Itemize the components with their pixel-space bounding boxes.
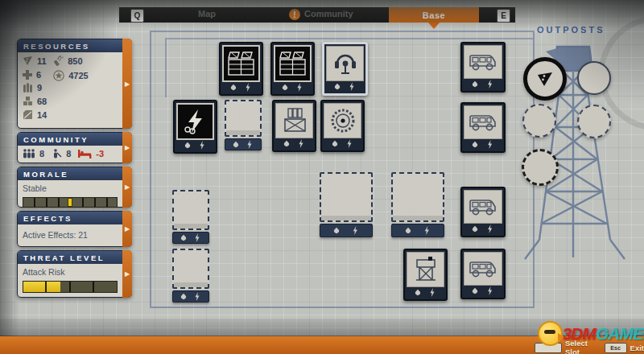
outpost-slot-food-active[interactable]: [523, 57, 567, 101]
outpost-slot-filled[interactable]: [577, 61, 611, 95]
empty-facility-slot[interactable]: [172, 190, 209, 244]
power-icon: [487, 286, 493, 295]
water-icon: [472, 287, 478, 294]
water-icon: [404, 227, 411, 233]
water-icon: [472, 80, 478, 87]
facility-slot-water-tank[interactable]: [403, 249, 448, 301]
empty-slot-area: [320, 172, 373, 222]
tab-map[interactable]: Map: [198, 9, 216, 19]
facility-slot-bunks-2[interactable]: [270, 42, 315, 96]
ammo-icon: [23, 83, 33, 93]
food-icon: [23, 56, 33, 66]
effects-expand-arrow[interactable]: ▶: [122, 211, 132, 247]
resources-expand-arrow[interactable]: ▶: [122, 39, 132, 129]
food-outpost-icon: [536, 70, 554, 88]
power-icon: [194, 292, 200, 301]
power-icon: [487, 80, 493, 88]
empty-slot-area: [391, 172, 444, 222]
community-header: COMMUNITY: [18, 133, 122, 146]
parking-slot-3[interactable]: [460, 187, 506, 237]
power-icon: [296, 83, 303, 92]
radio-headset-icon: [326, 46, 364, 81]
medicine-icon: [23, 70, 32, 80]
parking-slot-2[interactable]: [460, 102, 506, 153]
parking-slot-4[interactable]: [460, 249, 506, 299]
empty-slot-area: [172, 190, 209, 230]
water-icon: [180, 234, 187, 241]
morale-expand-arrow[interactable]: ▶: [122, 167, 132, 208]
morale-status: Stable: [23, 183, 118, 193]
stat-labor: 8: [52, 149, 71, 158]
morale-panel: ▶ MORALE Stable: [17, 167, 132, 208]
resource-materials: 68: [23, 97, 47, 106]
power-icon: [194, 233, 200, 242]
influence-icon: [53, 56, 64, 66]
empty-slot-area: [172, 249, 209, 289]
active-effects-text: Active Effects: 21: [23, 230, 118, 240]
water-icon: [332, 140, 338, 146]
water-icon: [230, 84, 237, 90]
workshop-gear-icon: [324, 103, 361, 138]
outpost-slot-empty[interactable]: [522, 149, 559, 186]
threat-header: THREAT LEVEL: [18, 251, 122, 264]
facility-slot-storage[interactable]: [272, 100, 316, 152]
parking-slot-1[interactable]: [460, 42, 506, 93]
3dmgame-watermark: 3DMGAME: [538, 321, 643, 346]
water-icon: [283, 140, 290, 146]
power-icon: [349, 82, 355, 91]
facility-slot-bunks-1[interactable]: [219, 42, 263, 96]
resource-meds: 6: [23, 70, 47, 80]
power-icon: [346, 139, 353, 148]
empty-large-facility-slot[interactable]: [320, 172, 373, 237]
water-icon: [180, 293, 187, 299]
morale-meter: [23, 197, 118, 208]
resources-panel: ▶ RESOURCES 11 6 9: [17, 39, 132, 129]
empty-facility-slot[interactable]: [225, 100, 262, 150]
bunks-icon: [274, 45, 312, 82]
tab-base[interactable]: Base: [389, 7, 479, 23]
resource-ammo: 9: [23, 83, 47, 93]
threat-panel: ▶ THREAT LEVEL Attack Risk: [17, 250, 132, 298]
vehicle-icon: [464, 45, 502, 79]
power-icon: [199, 141, 205, 150]
active-tab-pointer: [428, 23, 440, 29]
resource-fame: 4725: [53, 70, 88, 81]
threat-expand-arrow[interactable]: ▶: [122, 250, 132, 298]
stat-survivors: 8: [23, 149, 44, 158]
stat-beds: -3: [78, 149, 104, 158]
outposts-title: OUTPOSTS: [537, 25, 605, 35]
outpost-slot-empty[interactable]: [577, 105, 611, 138]
bed-icon: [78, 150, 92, 158]
power-icon: [423, 226, 430, 235]
tab-community[interactable]: Community: [304, 9, 353, 19]
power-icon: [298, 139, 304, 148]
outpost-slot-empty[interactable]: [522, 104, 556, 138]
resources-header: RESOURCES: [18, 39, 122, 52]
power-icon: [429, 288, 436, 297]
morale-header: MORALE: [18, 167, 122, 180]
vehicle-icon: [464, 190, 502, 224]
base-management-screen: Q Map ! Community Base E ▶ RESOURCES 11 …: [0, 0, 644, 354]
effects-header: EFFECTS: [18, 212, 122, 224]
key-hint-q: Q: [130, 9, 144, 23]
facility-slot-generator[interactable]: [173, 100, 217, 154]
threat-label: Attack Risk: [23, 267, 118, 277]
resource-fuel: 14: [23, 109, 47, 120]
power-icon: [245, 83, 251, 92]
community-panel: ▶ COMMUNITY 8 8 -3: [17, 132, 132, 163]
facility-slot-radio-room[interactable]: [322, 42, 368, 96]
facility-slot-workshop[interactable]: [320, 100, 365, 152]
empty-facility-slot[interactable]: [172, 249, 209, 303]
water-icon: [415, 289, 421, 295]
water-icon: [282, 84, 288, 90]
fuel-icon: [23, 109, 33, 120]
threat-meter-segments: [23, 282, 117, 292]
empty-large-facility-slot[interactable]: [391, 172, 444, 237]
bunks-icon: [222, 45, 260, 82]
power-icon: [487, 140, 493, 149]
survivors-icon: [23, 149, 35, 158]
community-alert-icon: !: [289, 9, 300, 20]
storage-crates-icon: [275, 103, 313, 138]
community-expand-arrow[interactable]: ▶: [122, 132, 132, 163]
morale-marker: [68, 198, 72, 207]
